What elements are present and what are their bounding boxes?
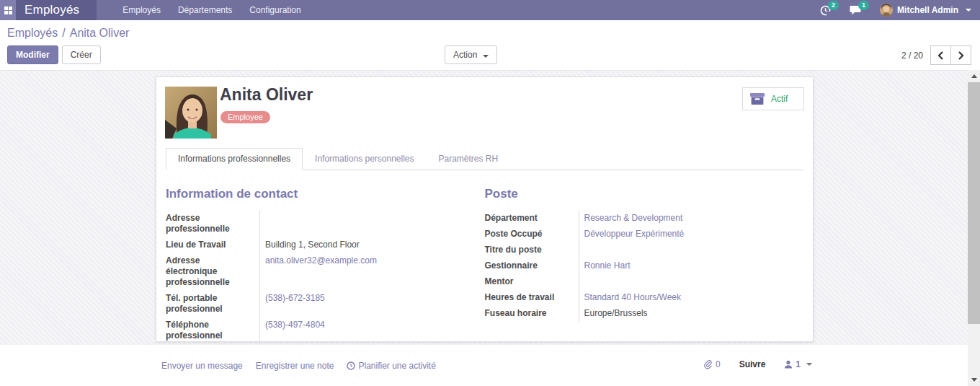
employee-form-sheet: Anita Oliver Employee Actif Informations… <box>156 76 814 342</box>
attachments-button[interactable]: 0 <box>704 359 721 369</box>
contact-info-group: Information de contact Adresse professio… <box>166 187 485 344</box>
field-row-work-mobile: Tél. portable professionnel (538)-672-31… <box>166 291 481 317</box>
chevron-down-icon <box>806 363 812 366</box>
working-hours-link[interactable]: Standard 40 Hours/Week <box>584 292 682 302</box>
field-label: Poste Occupé <box>485 227 579 242</box>
field-label: Tél. portable professionnel <box>166 291 260 317</box>
create-button[interactable]: Créer <box>62 45 101 64</box>
tab-personal-information[interactable]: Informations personnelles <box>303 148 426 170</box>
chevron-down-icon <box>483 55 489 58</box>
breadcrumb-current: Anita Oliver <box>70 27 130 39</box>
employee-photo[interactable] <box>165 87 217 139</box>
pager-value: 2 / 20 <box>901 51 923 61</box>
chevron-right-icon <box>958 51 964 60</box>
field-label: Titre du poste <box>485 242 579 258</box>
field-row-work-address: Adresse professionnelle <box>166 211 481 237</box>
field-label: Lieu de Travail <box>166 237 260 253</box>
user-avatar <box>880 4 893 17</box>
control-panel: Employés/Anita Oliver Modifier Créer Act… <box>0 20 980 70</box>
follow-button[interactable]: Suivre <box>739 359 766 369</box>
record-pager: 2 / 20 <box>901 45 971 65</box>
notebook-tabs: Informations professionnelles Informatio… <box>166 148 803 170</box>
pager-next-button[interactable] <box>950 45 971 65</box>
tab-hr-settings[interactable]: Paramètres RH <box>427 148 511 170</box>
user-menu[interactable]: Mitchell Admin <box>880 4 971 17</box>
scroll-down-icon[interactable] <box>971 378 977 382</box>
main-menu: Employés Départements Configuration <box>114 0 309 20</box>
edit-button[interactable]: Modifier <box>7 45 58 64</box>
position-heading: Poste <box>485 187 804 201</box>
employee-category-tag[interactable]: Employee <box>220 111 270 123</box>
department-link[interactable]: Research & Development <box>584 213 683 223</box>
scrollbar-thumb[interactable] <box>968 82 980 324</box>
action-label: Action <box>453 50 477 60</box>
field-label: Gestionnaire <box>485 258 579 274</box>
follower-person-icon <box>784 360 793 369</box>
breadcrumb-parent[interactable]: Employés <box>7 27 58 39</box>
work-mobile-link[interactable]: (538)-672-3185 <box>265 293 325 303</box>
timezone-value: Europe/Brussels <box>584 308 648 318</box>
pager-previous-button[interactable] <box>930 45 951 65</box>
menu-item-configuration[interactable]: Configuration <box>241 0 309 20</box>
followers-button[interactable]: 1 <box>784 359 812 369</box>
work-location-value: Building 1, Second Floor <box>265 240 360 250</box>
schedule-activity-label: Planifier une activité <box>358 361 435 371</box>
field-row-work-email: Adresse électronique professionnelle ani… <box>166 253 481 291</box>
paperclip-icon <box>704 360 713 369</box>
scroll-up-icon <box>971 74 977 78</box>
field-row-work-location: Lieu de Travail Building 1, Second Floor <box>166 237 481 253</box>
chevron-left-icon <box>937 51 944 60</box>
work-phone-link[interactable]: (538)-497-4804 <box>265 320 325 330</box>
clock-icon <box>347 361 355 370</box>
breadcrumb-separator: / <box>62 27 65 39</box>
activities-menu-button[interactable]: 2 <box>820 5 831 16</box>
activity-count-badge: 2 <box>828 1 839 10</box>
field-row-job-position: Poste Occupé Développeur Expérimenté <box>485 227 801 242</box>
active-stat-button[interactable]: Actif <box>742 87 804 110</box>
top-navbar: Employés Employés Départements Configura… <box>0 0 980 20</box>
position-group: Poste Département Research & Development… <box>485 187 804 344</box>
schedule-activity-button[interactable]: Planifier une activité <box>347 361 435 371</box>
vertical-scrollbar[interactable] <box>968 70 980 386</box>
apps-grid-icon <box>4 6 12 14</box>
form-buttons: Modifier Créer <box>7 45 101 64</box>
form-view-background: Anita Oliver Employee Actif Informations… <box>0 70 980 346</box>
field-label: Heures de travail <box>485 290 579 306</box>
follower-count: 1 <box>796 359 801 369</box>
action-dropdown-button[interactable]: Action <box>445 45 497 64</box>
field-label: Adresse professionnelle <box>166 211 260 237</box>
messages-menu-button[interactable]: 1 <box>850 5 861 15</box>
field-row-department: Département Research & Development <box>485 211 801 227</box>
field-row-work-phone: Téléphone professionnel (538)-497-4804 <box>166 317 481 344</box>
apps-menu-button[interactable] <box>0 0 16 20</box>
field-row-job-title: Titre du poste <box>485 242 801 258</box>
chevron-down-icon <box>966 9 971 12</box>
attachment-count: 0 <box>716 359 721 369</box>
job-position-link[interactable]: Développeur Expérimenté <box>584 229 685 239</box>
log-note-button[interactable]: Enregistrer une note <box>256 361 334 371</box>
breadcrumb: Employés/Anita Oliver <box>7 27 129 40</box>
form-field-groups: Information de contact Adresse professio… <box>166 187 803 344</box>
field-label: Fuseau horaire <box>485 306 579 322</box>
archive-box-icon <box>750 93 765 105</box>
field-row-manager: Gestionnaire Ronnie Hart <box>485 258 801 274</box>
chatter: Envoyer un message Enregistrer une note … <box>0 345 980 386</box>
send-message-button[interactable]: Envoyer un message <box>161 361 243 371</box>
scroll-up-button[interactable] <box>968 70 980 82</box>
navbar-systray: 2 1 Mitchell Admin <box>820 0 980 20</box>
active-stat-label: Actif <box>771 94 788 104</box>
field-row-working-hours: Heures de travail Standard 40 Hours/Week <box>485 290 801 306</box>
field-row-coach: Mentor <box>485 274 801 290</box>
field-label: Département <box>485 211 579 227</box>
manager-link[interactable]: Ronnie Hart <box>584 260 631 271</box>
work-email-link[interactable]: anita.oliver32@example.com <box>265 255 377 266</box>
menu-item-departments[interactable]: Départements <box>169 0 241 20</box>
field-label: Mentor <box>485 274 579 290</box>
employee-name-title: Anita Oliver <box>220 85 313 105</box>
message-count-badge: 1 <box>858 1 869 10</box>
menu-item-employees[interactable]: Employés <box>114 0 169 20</box>
contact-info-heading: Information de contact <box>166 187 485 201</box>
field-row-timezone: Fuseau horaire Europe/Brussels <box>485 306 801 322</box>
tab-work-information[interactable]: Informations professionnelles <box>166 148 303 170</box>
app-brand-title[interactable]: Employés <box>16 0 97 20</box>
